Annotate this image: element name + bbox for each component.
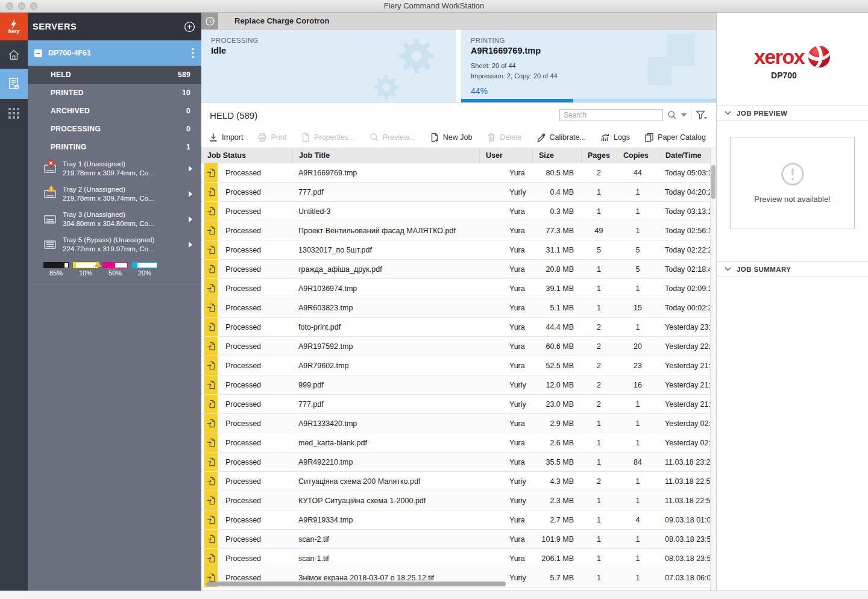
spooled-document-icon — [207, 342, 216, 351]
logs-button[interactable]: Logs — [600, 133, 630, 142]
job-center-button[interactable] — [0, 69, 28, 99]
job-user: Yuriy — [479, 375, 532, 394]
apps-button[interactable] — [0, 99, 28, 127]
column-header-size[interactable]: Size — [532, 148, 581, 163]
spooled-document-icon — [207, 477, 216, 486]
job-summary-section-header[interactable]: JOB SUMMARY — [717, 261, 868, 277]
job-size: 0.3 MB — [532, 202, 581, 221]
chevron-right-icon[interactable] — [188, 241, 193, 248]
spooled-document-icon — [207, 168, 216, 177]
table-row[interactable]: Processed A9R603823.tmp Yura 5.1 MB 1 15… — [201, 298, 716, 318]
horizontal-scrollbar[interactable] — [206, 582, 704, 587]
table-row[interactable]: Processed scan-1.tif Yura 206.1 MB 1 1 0… — [201, 549, 716, 568]
table-row[interactable]: Processed med_karta-blank.pdf Yura 2.6 M… — [201, 433, 716, 453]
filter-icon[interactable] — [696, 110, 708, 121]
job-list-icon — [7, 77, 21, 91]
sidebar-queue-archived[interactable]: ARCHIVED 0 — [28, 102, 201, 120]
job-user: Yura — [479, 298, 532, 317]
job-preview-title: JOB PREVIEW — [737, 110, 787, 117]
spooled-document-icon — [207, 284, 216, 293]
table-row[interactable]: Processed 777.pdf Yuriy 23.0 MB 2 1 Yest… — [201, 395, 716, 414]
spooled-document-icon — [207, 496, 216, 505]
table-row[interactable]: Processed A9R197592.tmp Yura 60.6 MB 2 2… — [201, 337, 716, 356]
home-button[interactable] — [0, 40, 28, 69]
job-copies: 1 — [617, 414, 659, 433]
zoom-window-button[interactable] — [30, 2, 37, 10]
search-icon[interactable] — [667, 110, 677, 120]
table-row[interactable]: Processed A9R1669769.tmp Yura 80.5 MB 2 … — [201, 163, 716, 183]
job-size: 2.7 MB — [532, 510, 581, 529]
sidebar-queue-printing[interactable]: PRINTING 1 — [28, 138, 201, 156]
import-button[interactable]: Import — [209, 133, 243, 142]
search-input[interactable] — [559, 109, 663, 121]
table-row[interactable]: Processed A9R1333420.tmp Yura 2.9 MB 1 1… — [201, 414, 716, 433]
tray-detail: 304.80mm x 304.80mm, Co... — [63, 220, 154, 227]
tray-warning-icon — [47, 184, 55, 192]
vertical-scrollbar[interactable] — [710, 148, 716, 591]
job-user: Yuriy — [479, 491, 532, 510]
table-row[interactable]: Processed 999.pdf Yuriy 12.0 MB 2 16 Yes… — [201, 375, 716, 395]
table-row[interactable]: Processed КУТОР Ситуаційна схема 1-2000.… — [201, 491, 716, 510]
sidebar-queue-held[interactable]: HELD 589 — [28, 66, 201, 84]
sidebar-queue-processing[interactable]: PROCESSING 0 — [28, 120, 201, 138]
tray-item-2[interactable]: Tray 2 (Unassigned) 219.78mm x 309.74mm,… — [28, 181, 201, 207]
table-row[interactable]: Processed Проект Вентильований фасад МАЛ… — [201, 221, 716, 240]
column-header-job-title[interactable]: Job Title — [292, 148, 479, 163]
table-row[interactable]: Processed 777.pdf Yuriy 0.4 MB 1 1 Today… — [201, 183, 716, 202]
column-header-job-status[interactable]: Job Status — [201, 148, 292, 163]
table-row[interactable]: Processed foto-print.pdf Yura 44.4 MB 2 … — [201, 318, 716, 337]
processing-panel[interactable]: PROCESSING Idle — [201, 30, 456, 102]
job-status: Processed — [225, 169, 261, 177]
calibrate-button[interactable]: Calibrate... — [536, 133, 586, 142]
table-row[interactable]: Processed Untitled-3 Yura 0.3 MB 1 1 Tod… — [201, 202, 716, 221]
printing-impression: Impression: 2, Copy: 20 of 44 — [471, 72, 558, 80]
column-header-pages[interactable]: Pages — [581, 148, 617, 163]
add-server-icon[interactable] — [184, 21, 195, 33]
table-row[interactable]: Processed A9R1036974.tmp Yura 39.1 MB 1 … — [201, 279, 716, 298]
table-row[interactable]: Processed scan-2.tif Yura 101.9 MB 1 1 0… — [201, 530, 716, 549]
job-preview-section-header[interactable]: JOB PREVIEW — [717, 105, 868, 121]
chevron-right-icon[interactable] — [188, 216, 193, 223]
chevron-right-icon[interactable] — [188, 165, 193, 172]
spooled-document-icon — [207, 187, 216, 196]
preview-button[interactable]: Preview... — [370, 133, 415, 142]
vertical-scrollbar-thumb[interactable] — [711, 165, 715, 199]
delete-icon — [486, 133, 496, 142]
server-menu-icon[interactable] — [192, 48, 194, 58]
delete-button[interactable]: Delete — [486, 133, 521, 142]
server-row[interactable]: DP700-4F61 — [28, 40, 201, 66]
horizontal-scrollbar-thumb[interactable] — [206, 582, 506, 586]
table-row[interactable]: Processed Ситуаціяна схема 200 Малятко.p… — [201, 472, 716, 491]
table-row[interactable]: Processed 13032017_по 5шт.pdf Yura 31.1 … — [201, 240, 716, 260]
paper-catalog-button[interactable]: Paper Catalog — [644, 133, 706, 142]
tray-item-1[interactable]: Tray 1 (Unassigned) 219.78mm x 309.74mm,… — [28, 156, 201, 181]
column-header-datetime[interactable]: Date/Time — [659, 148, 716, 163]
chevron-right-icon[interactable] — [188, 190, 193, 198]
table-row[interactable]: Processed A9R492210.tmp Yura 35.5 MB 1 8… — [201, 453, 716, 472]
column-header-copies[interactable]: Copies — [617, 148, 659, 163]
job-datetime: Yesterday 02:5 — [659, 414, 716, 433]
queue-count: 0 — [186, 125, 190, 133]
printing-panel[interactable]: PRINTING A9R1669769.tmp Sheet: 20 of 44 … — [461, 30, 716, 102]
held-job-badge — [204, 163, 218, 182]
minimize-window-button[interactable] — [18, 2, 25, 10]
job-datetime: 11.03.18 22:58 — [659, 472, 716, 491]
tray-item-5[interactable]: Tray 5 (Bypass) (Unassigned) 224.72mm x … — [28, 232, 201, 257]
job-datetime: Today 04:20:25 — [659, 183, 716, 201]
held-queue-header: HELD (589) — [201, 103, 716, 127]
toner-levels: 85% 10% 50% — [28, 257, 201, 283]
table-row[interactable]: Processed A9R79602.tmp Yura 52.5 MB 2 23… — [201, 356, 716, 375]
sidebar-queue-printed[interactable]: PRINTED 10 — [28, 84, 201, 102]
close-window-button[interactable] — [6, 2, 13, 10]
new-job-button[interactable]: New Job — [430, 133, 473, 142]
job-copies: 44 — [617, 163, 659, 182]
table-row[interactable]: Processed A9R919334.tmp Yura 2.7 MB 1 4 … — [201, 510, 716, 530]
notification-bar[interactable]: Replace Charge Corotron — [201, 13, 716, 30]
properties-button[interactable]: Properties... — [301, 133, 354, 142]
search-options-caret-icon[interactable] — [681, 113, 687, 117]
column-header-user[interactable]: User — [479, 148, 532, 163]
print-button[interactable]: Print — [257, 133, 286, 142]
collapse-server-icon[interactable] — [34, 49, 43, 58]
table-row[interactable]: Processed гражда_афіша_друк.pdf Yura 20.… — [201, 260, 716, 279]
tray-item-3[interactable]: Tray 3 (Unassigned) 304.80mm x 304.80mm,… — [28, 207, 201, 232]
